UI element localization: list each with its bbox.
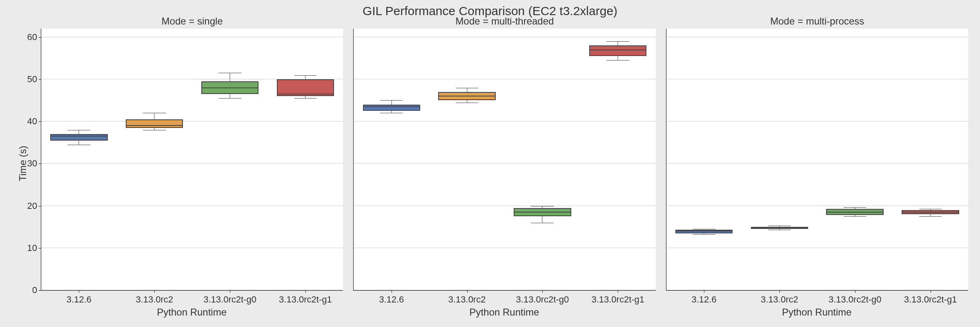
median-line [514, 212, 571, 213]
x-tick: 3.13.0rc2 [742, 294, 817, 305]
box [363, 105, 420, 111]
y-tick: 40 [27, 116, 37, 127]
boxplot [817, 29, 893, 290]
chart-panel-multi-process: Mode = multi-process3.12.63.13.0rc23.13.… [666, 29, 968, 291]
x-tick: 3.13.0rc2t-g1 [580, 294, 656, 305]
median-line [902, 212, 959, 213]
boxplot [429, 29, 505, 290]
whisker-cap-top [531, 206, 554, 206]
y-tick: 10 [27, 243, 37, 253]
whisker-cap-top [456, 88, 478, 88]
boxplot [41, 29, 117, 290]
boxplot [354, 29, 429, 290]
median-line [363, 106, 420, 107]
boxplot [117, 29, 192, 290]
whisker-cap-top [919, 209, 942, 209]
y-tick: 50 [27, 74, 37, 85]
boxplot [666, 29, 742, 290]
whisker-cap-top [68, 130, 90, 130]
whisker-cap-bottom [607, 60, 629, 60]
panel-title: Mode = single [41, 16, 343, 27]
whisker-cap-top [844, 207, 866, 208]
whisker-cap-bottom [768, 230, 791, 230]
median-line [201, 87, 258, 88]
boxplot [505, 29, 580, 290]
x-tick: 3.13.0rc2 [429, 294, 505, 305]
y-tick: 30 [27, 158, 37, 169]
chart-panel-multi-threaded: Mode = multi-threaded3.12.63.13.0rc23.13… [353, 29, 655, 291]
whisker-cap-top [143, 113, 166, 113]
x-tick: 3.12.6 [354, 294, 429, 305]
panel-title: Mode = multi-process [666, 16, 968, 27]
boxplot [267, 29, 343, 290]
x-tick: 3.13.0rc2t-g1 [893, 294, 968, 305]
whisker-cap-bottom [380, 113, 403, 113]
whisker-cap-bottom [919, 216, 942, 217]
median-line [675, 231, 733, 231]
x-tick: 3.13.0rc2t-g1 [267, 294, 343, 305]
median-line [50, 136, 107, 137]
whisker-cap-bottom [693, 234, 715, 235]
median-line [826, 212, 883, 213]
panel-title: Mode = multi-threaded [354, 16, 655, 27]
whisker-cap-top [218, 73, 241, 73]
whisker-cap-top [380, 100, 403, 101]
whisker-cap-bottom [294, 98, 316, 99]
whisker-cap-bottom [456, 103, 478, 103]
box [50, 134, 107, 140]
median-line [126, 125, 183, 126]
whisker-cap-top [693, 229, 715, 229]
median-line [277, 94, 334, 94]
whisker-cap-bottom [531, 223, 554, 223]
median-line [589, 49, 646, 50]
median-line [751, 227, 808, 228]
box [126, 119, 183, 128]
whisker-cap-bottom [844, 216, 866, 217]
x-tick: 3.12.6 [41, 294, 117, 305]
boxplot [742, 29, 817, 290]
boxplot [893, 29, 968, 290]
whisker-cap-top [768, 226, 791, 226]
whisker-cap-bottom [143, 130, 166, 130]
boxplot [580, 29, 656, 290]
y-tick: 0 [32, 285, 37, 296]
x-axis-label: Python Runtime [41, 307, 343, 318]
y-tick: 20 [27, 201, 37, 211]
figure: GIL Performance Comparison (EC2 t3.2xlar… [0, 0, 980, 327]
chart-panel-single: Mode = single01020304050603.12.63.13.0rc… [41, 29, 343, 291]
x-tick: 3.13.0rc2t-g0 [192, 294, 268, 305]
median-line [438, 96, 495, 96]
whisker-cap-top [607, 41, 629, 42]
y-axis-label: Time (s) [17, 146, 29, 181]
x-axis-label: Python Runtime [666, 307, 968, 318]
x-tick: 3.13.0rc2 [117, 294, 192, 305]
whisker-cap-bottom [68, 145, 90, 145]
boxplot [192, 29, 268, 290]
whisker-cap-top [294, 75, 316, 76]
x-tick: 3.12.6 [666, 294, 742, 305]
x-tick: 3.13.0rc2t-g0 [505, 294, 580, 305]
whisker-cap-bottom [218, 98, 241, 99]
box [589, 45, 646, 56]
y-tick: 60 [27, 32, 37, 43]
x-tick: 3.13.0rc2t-g0 [817, 294, 893, 305]
x-axis-label: Python Runtime [353, 307, 655, 318]
